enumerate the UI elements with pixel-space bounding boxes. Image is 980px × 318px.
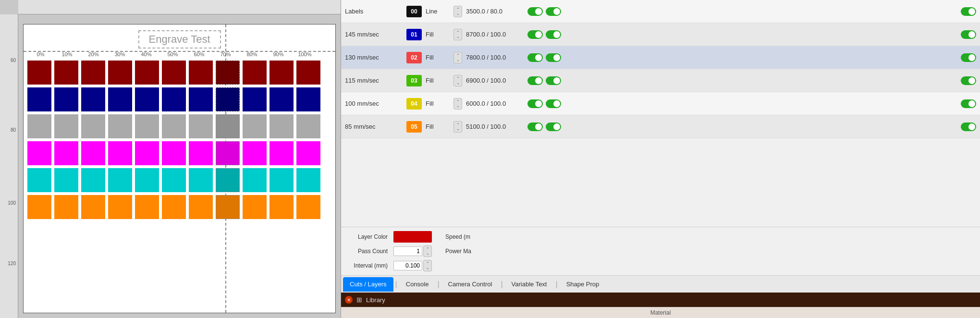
tab-separator-4: |	[554, 280, 558, 289]
sq-r1-9	[243, 61, 267, 85]
prop-row-interval: Interval (mm) ⌃⌄	[347, 260, 974, 271]
sq-r3-9	[243, 114, 267, 138]
table-row: 145 mm/sec 01 Fill ⌃⌄ 8700.0 / 100.0	[341, 23, 980, 46]
canvas-area: 60 80 100 120 Engrave Test 0% 10% 20% 30…	[0, 0, 341, 318]
layer-toggles-05	[527, 122, 561, 131]
layer-badge-01: 01	[406, 29, 422, 40]
tab-variable-text[interactable]: Variable Text	[505, 277, 554, 292]
sq-r2-9	[243, 87, 267, 111]
sq-r6-3	[81, 195, 105, 219]
layer-mode-02: Fill	[426, 54, 450, 61]
layer-mode-spinner-05[interactable]: ⌃⌄	[453, 121, 462, 133]
ruler-y-80: 80	[11, 127, 16, 133]
toggle-alt-02[interactable]	[546, 53, 561, 62]
toggle-right-04[interactable]	[961, 99, 976, 108]
sq-r5-6	[162, 168, 186, 192]
toggle-alt-05[interactable]	[546, 122, 561, 131]
tab-shape-prop[interactable]: Shape Prop	[560, 277, 606, 292]
library-label: Library	[366, 296, 385, 304]
sq-r5-2	[54, 168, 78, 192]
sq-r5-5	[135, 168, 159, 192]
sq-r1-5	[135, 61, 159, 85]
color-row-cyan	[27, 168, 335, 192]
toggle-output-01[interactable]	[527, 30, 543, 39]
toggle-right-05[interactable]	[961, 122, 976, 131]
layer-speed-05: 85 mm/sec	[345, 123, 403, 130]
sq-r3-7	[189, 114, 213, 138]
ruler-y-60: 60	[11, 57, 16, 62]
library-close-button[interactable]: ✕	[345, 296, 353, 304]
table-row: 115 mm/sec 03 Fill ⌃⌄ 6900.0 / 100.0	[341, 69, 980, 92]
sq-r4-8	[216, 141, 240, 165]
sq-r2-6	[162, 87, 186, 111]
layer-color-label: Layer Color	[347, 233, 388, 240]
interval-spinner[interactable]: ⌃⌄	[423, 260, 432, 271]
layer-mode-spinner-03[interactable]: ⌃⌄	[453, 75, 462, 86]
tab-separator-1: |	[394, 280, 398, 289]
toggle-alt-03[interactable]	[546, 76, 561, 85]
toggle-output-labels[interactable]	[527, 7, 543, 16]
document-page: Engrave Test 0% 10% 20% 30% 40% 50% 60% …	[23, 24, 336, 313]
sq-r3-10	[270, 114, 294, 138]
prop-row-color: Layer Color Speed (m	[347, 231, 974, 243]
tab-camera-control[interactable]: Camera Control	[441, 277, 499, 292]
layer-mode-03: Fill	[426, 77, 450, 84]
sq-r3-6	[162, 114, 186, 138]
toggle-right-01[interactable]	[961, 30, 976, 39]
layer-mode-spinner-labels[interactable]: ⌃⌄	[453, 6, 462, 17]
sq-r6-6	[162, 195, 186, 219]
sq-r2-4	[108, 87, 132, 111]
table-row: 85 mm/sec 05 Fill ⌃⌄ 5100.0 / 100.0	[341, 115, 980, 138]
table-row: Labels 00 Line ⌃⌄ 3500.0 / 80.0	[341, 0, 980, 23]
layer-toggles-04	[527, 99, 561, 108]
sq-r1-8	[216, 61, 240, 85]
layer-speed-01: 145 mm/sec	[345, 31, 403, 38]
layer-toggles-03	[527, 76, 561, 85]
table-row: 130 mm/sec 02 Fill ⌃⌄ 7800.0 / 100.0	[341, 46, 980, 69]
sq-r6-4	[108, 195, 132, 219]
sq-r4-1	[27, 141, 51, 165]
interval-label: Interval (mm)	[347, 262, 388, 269]
layer-color-swatch[interactable]	[393, 231, 432, 243]
layer-mode-01: Fill	[426, 31, 450, 38]
interval-input[interactable]	[393, 261, 422, 270]
document-title: Engrave Test	[138, 30, 220, 49]
toggle-right-labels[interactable]	[961, 7, 976, 16]
right-panel: Labels 00 Line ⌃⌄ 3500.0 / 80.0 145 mm/s…	[341, 0, 980, 318]
pct-70: 70%	[212, 51, 239, 57]
toggle-alt-04[interactable]	[546, 99, 561, 108]
layer-speed-02: 130 mm/sec	[345, 54, 403, 61]
tab-cuts-layers[interactable]: Cuts / Layers	[343, 277, 393, 292]
sq-r5-3	[81, 168, 105, 192]
toggle-output-02[interactable]	[527, 53, 543, 62]
layer-mode-spinner-02[interactable]: ⌃⌄	[453, 52, 462, 63]
pass-count-input[interactable]	[393, 246, 422, 256]
sq-r3-1	[27, 114, 51, 138]
toggle-output-05[interactable]	[527, 122, 543, 131]
layer-mode-spinner-04[interactable]: ⌃⌄	[453, 98, 462, 110]
sq-r1-3	[81, 61, 105, 85]
sq-r1-11	[296, 61, 320, 85]
sq-r4-5	[135, 141, 159, 165]
sq-r3-8	[216, 114, 240, 138]
toggle-output-04[interactable]	[527, 99, 543, 108]
tab-console[interactable]: Console	[399, 277, 436, 292]
toggle-alt-labels[interactable]	[546, 7, 561, 16]
toggle-right-02[interactable]	[961, 53, 976, 62]
sq-r5-8	[216, 168, 240, 192]
sq-r1-1	[27, 61, 51, 85]
x-ruler	[18, 0, 341, 14]
material-label: Material	[650, 309, 671, 316]
sq-r5-9	[243, 168, 267, 192]
toggle-alt-01[interactable]	[546, 30, 561, 39]
toggle-output-03[interactable]	[527, 76, 543, 85]
sq-r3-2	[54, 114, 78, 138]
layer-speed-04: 100 mm/sec	[345, 100, 403, 107]
layer-badge-02: 02	[406, 52, 422, 63]
library-bar: ✕ ⊞ Library	[341, 293, 980, 307]
tab-separator-2: |	[436, 280, 440, 289]
properties-area: Layer Color Speed (m Pass Count ⌃⌄ Power…	[341, 227, 980, 275]
layer-mode-spinner-01[interactable]: ⌃⌄	[453, 29, 462, 40]
toggle-right-03[interactable]	[961, 76, 976, 85]
pass-count-spinner[interactable]: ⌃⌄	[423, 245, 432, 257]
